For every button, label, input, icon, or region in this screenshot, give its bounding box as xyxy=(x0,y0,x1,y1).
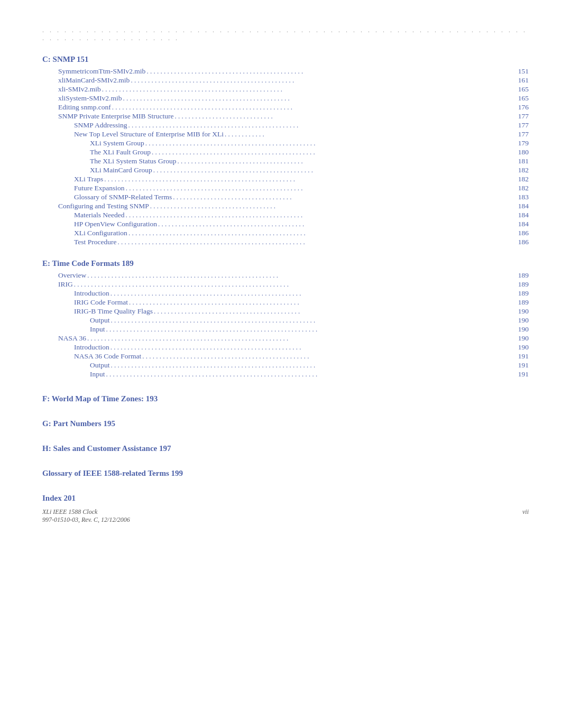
toc-label: Input xyxy=(90,325,105,334)
list-item[interactable]: XLi MainCard Group . . . . . . . . . . .… xyxy=(42,166,529,174)
toc-page: 190 xyxy=(518,307,529,316)
list-item[interactable]: HP OpenView Configuration . . . . . . . … xyxy=(42,220,529,228)
list-item[interactable]: SNMP Addressing . . . . . . . . . . . . … xyxy=(42,121,529,130)
toc-page: 191 xyxy=(518,370,529,379)
toc-dots: . . . . . . . . . . . . . . . . . . . . … xyxy=(142,352,517,361)
timecode-header[interactable]: E: Time Code Formats 189 xyxy=(42,259,529,268)
toc-label: Introduction xyxy=(74,289,109,298)
toc-dots: . . . . . . . . . . . . . . . . . . . . … xyxy=(102,85,517,94)
toc-dots: . . . . . . . . . . . . . . . . . . . . … xyxy=(129,298,517,307)
list-item[interactable]: Materials Needed . . . . . . . . . . . .… xyxy=(42,211,529,219)
toc-label: xliMainCard-SMIv2.mib xyxy=(58,76,130,85)
list-item[interactable]: Editing snmp.conf . . . . . . . . . . . … xyxy=(42,103,529,112)
list-item[interactable]: The XLi Fault Group . . . . . . . . . . … xyxy=(42,148,529,156)
toc-dots: . . . . . . . . . . . . . . . . . . . . … xyxy=(153,166,517,174)
toc-dots: . . . . . . . . . . . . . . . . . . . . … xyxy=(173,193,517,201)
toc-label: SNMP Private Enterprise MIB Structure xyxy=(58,112,173,121)
toc-dots: . . . . . . . . . . . . . . . . . . . . … xyxy=(87,334,517,343)
footer-title: XLi IEEE 1588 Clock xyxy=(42,508,130,516)
toc-dots: . . . . . . . . . . . . . . . . . . . . … xyxy=(126,184,517,192)
toc-page: 186 xyxy=(518,238,529,246)
toc-page: 191 xyxy=(518,361,529,370)
toc-label: The XLi Fault Group xyxy=(90,148,151,156)
toc-label: IRIG Code Format xyxy=(74,298,128,307)
toc-page: 190 xyxy=(518,316,529,325)
list-item[interactable]: xliMainCard-SMIv2.mib . . . . . . . . . … xyxy=(42,76,529,85)
list-item[interactable]: Introduction . . . . . . . . . . . . . .… xyxy=(42,343,529,352)
toc-dots: . . . . . . . . . . . . . . . . . . . . … xyxy=(145,139,517,148)
toc-page: 189 xyxy=(518,271,529,280)
list-item[interactable]: XLi Configuration . . . . . . . . . . . … xyxy=(42,229,529,237)
toc-page: 190 xyxy=(518,325,529,334)
list-item[interactable]: Output . . . . . . . . . . . . . . . . .… xyxy=(42,316,529,325)
snmp-header[interactable]: C: SNMP 151 xyxy=(42,55,529,64)
toc-label: Editing snmp.conf xyxy=(58,103,111,112)
list-item[interactable]: xliSystem-SMIv2.mib . . . . . . . . . . … xyxy=(42,94,529,103)
toc-label: IRIG xyxy=(58,280,73,289)
toc-dots: . . . . . . . . . . . . . . . . . . . . … xyxy=(111,361,517,370)
glossary-link[interactable]: Glossary of IEEE 1588-related Terms 199 xyxy=(42,469,529,478)
toc-dots: . . . . . . . . . . . . . . . . . . . . … xyxy=(131,76,517,85)
list-item[interactable]: Overview . . . . . . . . . . . . . . . .… xyxy=(42,271,529,280)
list-item[interactable]: Glossary of SNMP-Related Terms . . . . .… xyxy=(42,193,529,201)
list-item[interactable]: Test Procedure . . . . . . . . . . . . .… xyxy=(42,238,529,246)
list-item[interactable]: Future Expansion . . . . . . . . . . . .… xyxy=(42,184,529,192)
worldmap-link[interactable]: F: World Map of Time Zones: 193 xyxy=(42,394,529,403)
list-item[interactable]: New Top Level Structure of Enterprise MI… xyxy=(42,130,529,139)
toc-label: Glossary of SNMP-Related Terms xyxy=(74,193,172,201)
toc-dots: . . . . . . . . . . . . . . . . . . . . … xyxy=(74,280,517,289)
list-item[interactable]: XLi System Group . . . . . . . . . . . .… xyxy=(42,139,529,148)
list-item[interactable]: NASA 36 . . . . . . . . . . . . . . . . … xyxy=(42,334,529,343)
list-item[interactable]: IRIG . . . . . . . . . . . . . . . . . .… xyxy=(42,280,529,289)
footer-page-number: vii xyxy=(522,508,529,524)
toc-dots: . . . . . . . . . . . . . . . . . . . . … xyxy=(117,238,517,246)
toc-dots: . . . . . . . . . . . . . . . . . . . . … xyxy=(152,148,517,156)
list-item[interactable]: NASA 36 Code Format . . . . . . . . . . … xyxy=(42,352,529,361)
toc-page: 182 xyxy=(518,166,529,174)
toc-page: 190 xyxy=(518,334,529,343)
list-item[interactable]: Input . . . . . . . . . . . . . . . . . … xyxy=(42,325,529,334)
toc-dots: . . . . . . . . . . . . . . . . . . . . … xyxy=(87,271,517,280)
toc-label: NASA 36 xyxy=(58,334,86,343)
toc-dots: . . . . . . . . . . . . . . . . . . . . … xyxy=(128,121,517,130)
list-item[interactable]: Input . . . . . . . . . . . . . . . . . … xyxy=(42,370,529,379)
toc-dots: . . . . . . . . . . . . . . . . . . . . … xyxy=(123,94,517,103)
toc-dots: . . . . . . . . . . . . . . . . . . . . … xyxy=(158,220,517,228)
list-item[interactable]: Output . . . . . . . . . . . . . . . . .… xyxy=(42,361,529,370)
toc-page: 176 xyxy=(518,103,529,112)
footer-left: XLi IEEE 1588 Clock 997-01510-03, Rev. C… xyxy=(42,508,130,524)
toc-label: XLi Configuration xyxy=(74,229,127,237)
toc-page: 151 xyxy=(518,67,529,76)
toc-dots: . . . . . . . . . . . . . . . . . . . . … xyxy=(146,67,517,76)
toc-label: Output xyxy=(90,361,110,370)
toc-page: 177 xyxy=(518,130,529,139)
toc-page: 184 xyxy=(518,202,529,210)
list-item[interactable]: Configuring and Testing SNMP . . . . . .… xyxy=(42,202,529,210)
list-item[interactable]: The XLi System Status Group . . . . . . … xyxy=(42,157,529,165)
toc-dots: . . . . . . . . . . . . . . . . . . . . … xyxy=(106,370,517,379)
toc-page: 189 xyxy=(518,298,529,307)
toc-dots: . . . . . . . . . . . . . . . . . . . . … xyxy=(174,112,517,121)
list-item[interactable]: IRIG Code Format . . . . . . . . . . . .… xyxy=(42,298,529,307)
index-link[interactable]: Index 201 xyxy=(42,494,529,503)
footer-doc-id: 997-01510-03, Rev. C, 12/12/2006 xyxy=(42,516,130,524)
toc-dots: . . . . . . . . . . . . . . . . . . . . … xyxy=(126,211,517,219)
toc-label: XLi Traps xyxy=(74,175,103,183)
toc-dots: . . . . . . . . . . . . xyxy=(225,130,517,139)
partnumbers-link[interactable]: G: Part Numbers 195 xyxy=(42,419,529,428)
toc-page: 182 xyxy=(518,184,529,192)
list-item[interactable]: Introduction . . . . . . . . . . . . . .… xyxy=(42,289,529,298)
sales-link[interactable]: H: Sales and Customer Assistance 197 xyxy=(42,444,529,453)
section-timecode: E: Time Code Formats 189 Overview . . . … xyxy=(42,259,529,379)
toc-label: xliSystem-SMIv2.mib xyxy=(58,94,122,103)
list-item[interactable]: SymmetricomTtm-SMIv2.mib . . . . . . . .… xyxy=(42,67,529,76)
toc-label: IRIG-B Time Quality Flags xyxy=(74,307,153,316)
toc-page: 181 xyxy=(518,157,529,165)
list-item[interactable]: IRIG-B Time Quality Flags . . . . . . . … xyxy=(42,307,529,316)
section-snmp: C: SNMP 151 SymmetricomTtm-SMIv2.mib . .… xyxy=(42,55,529,246)
list-item[interactable]: xli-SMIv2.mib . . . . . . . . . . . . . … xyxy=(42,85,529,94)
list-item[interactable]: SNMP Private Enterprise MIB Structure . … xyxy=(42,112,529,121)
toc-label: The XLi System Status Group xyxy=(90,157,177,165)
toc-page: 183 xyxy=(518,193,529,201)
list-item[interactable]: XLi Traps . . . . . . . . . . . . . . . … xyxy=(42,175,529,183)
